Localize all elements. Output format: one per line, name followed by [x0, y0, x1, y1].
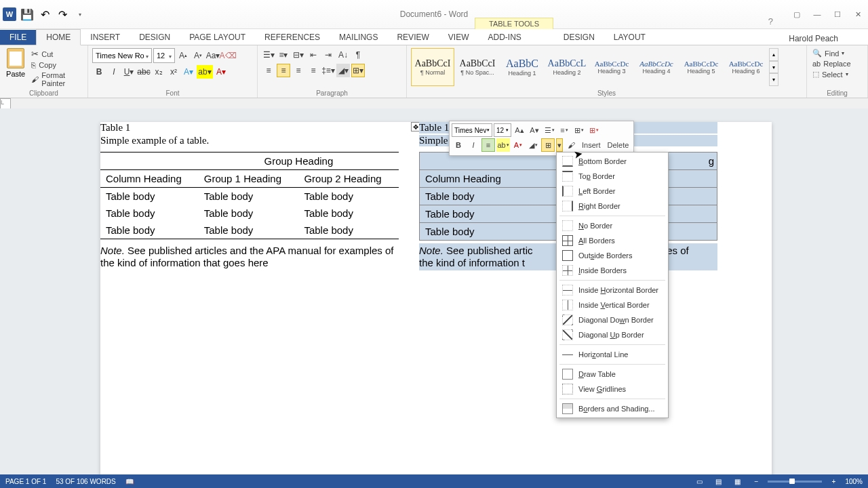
tab-mailings[interactable]: MAILINGS: [330, 30, 387, 45]
menu-borders-shading[interactable]: Borders and Shading...: [557, 401, 668, 416]
format-painter-button[interactable]: 🖌Format Painter: [30, 70, 83, 88]
mini-shading-icon[interactable]: ◢: [526, 138, 540, 152]
subscript-icon[interactable]: x₂: [152, 65, 165, 79]
show-marks-icon[interactable]: ¶: [351, 48, 365, 62]
zoom-level[interactable]: 100%: [845, 478, 863, 485]
numbering-icon[interactable]: ≡▾: [277, 48, 290, 62]
menu-inside-borders[interactable]: Inside Borders: [557, 263, 668, 278]
mini-italic-icon[interactable]: I: [467, 138, 480, 152]
web-layout-icon[interactable]: ▦: [730, 476, 745, 487]
style-heading6[interactable]: AaBbCcDcHeading 6: [724, 48, 768, 86]
menu-all-borders[interactable]: All Borders: [557, 233, 668, 248]
superscript-icon[interactable]: x²: [167, 65, 180, 79]
font-color-icon[interactable]: A▾: [214, 65, 228, 79]
find-button[interactable]: 🔍Find▾: [811, 48, 863, 58]
bullets-icon[interactable]: ☰▾: [262, 48, 275, 62]
shading-icon[interactable]: ◢▾: [336, 64, 350, 77]
align-left-icon[interactable]: ≡: [262, 64, 275, 77]
cut-button[interactable]: ✂Cut: [30, 48, 83, 60]
style-heading4[interactable]: AaBbCcDcHeading 4: [635, 48, 678, 86]
menu-right-border[interactable]: Right Border: [557, 199, 668, 214]
menu-diagonal-up[interactable]: Diagonal Up Border: [557, 327, 668, 342]
page-indicator[interactable]: PAGE 1 OF 1: [5, 478, 46, 485]
style-no-spacing[interactable]: AaBbCcI¶ No Spac...: [456, 48, 499, 86]
menu-draw-table[interactable]: Draw Table: [557, 367, 668, 382]
font-name-combo[interactable]: Times New Ro: [92, 48, 152, 63]
decrease-indent-icon[interactable]: ⇤: [307, 48, 320, 62]
mini-bold-icon[interactable]: B: [452, 138, 465, 152]
mini-shrink-font-icon[interactable]: A▾: [528, 123, 541, 137]
tab-insert[interactable]: INSERT: [81, 30, 130, 45]
undo-icon[interactable]: ↶: [37, 6, 53, 22]
shrink-font-icon[interactable]: A▾: [191, 49, 205, 62]
table-title-left[interactable]: Table 1: [100, 122, 399, 134]
qat-customize-icon[interactable]: [72, 6, 88, 22]
line-spacing-icon[interactable]: ‡≡▾: [321, 64, 335, 77]
tab-addins[interactable]: ADD-INS: [478, 30, 530, 45]
copy-button[interactable]: ⎘Copy: [30, 60, 83, 70]
table-note-left[interactable]: Note. See published articles and the APA…: [100, 245, 399, 269]
style-heading2[interactable]: AaBbCcLHeading 2: [545, 48, 589, 86]
mini-font-color-icon[interactable]: A: [511, 138, 525, 152]
ribbon-display-icon[interactable]: ▢: [787, 7, 807, 22]
mini-align-icon[interactable]: ≡: [481, 138, 495, 152]
italic-icon[interactable]: I: [107, 65, 121, 79]
bold-icon[interactable]: B: [92, 65, 106, 79]
mini-grow-font-icon[interactable]: A▴: [513, 123, 526, 137]
document-area[interactable]: Table 1 Simple example of a table. Group…: [0, 108, 868, 476]
mini-borders-dropdown[interactable]: ▾: [556, 138, 563, 152]
mini-font-combo[interactable]: Times Nev▾: [452, 123, 492, 137]
strikethrough-icon[interactable]: abc: [137, 65, 151, 79]
grow-font-icon[interactable]: A▴: [176, 49, 190, 62]
table-caption-left[interactable]: Simple example of a table.: [100, 135, 399, 146]
tab-review[interactable]: REVIEW: [387, 30, 438, 45]
menu-inside-horizontal[interactable]: Inside Horizontal Border: [557, 283, 668, 298]
mini-insert-label[interactable]: Insert: [579, 141, 604, 149]
select-button[interactable]: ⬚Select▾: [811, 69, 863, 79]
zoom-out-icon[interactable]: −: [749, 476, 764, 487]
underline-icon[interactable]: U▾: [122, 65, 136, 79]
menu-outside-borders[interactable]: Outside Borders: [557, 248, 668, 263]
highlight-icon[interactable]: ab▾: [197, 65, 213, 79]
tab-table-design[interactable]: DESIGN: [554, 30, 604, 45]
borders-icon[interactable]: ⊞▾: [351, 64, 365, 77]
menu-diagonal-down[interactable]: Diagonal Down Border: [557, 312, 668, 327]
word-app-icon[interactable]: W: [1, 6, 18, 22]
mini-size-combo[interactable]: 12▾: [494, 123, 511, 137]
style-normal[interactable]: AaBbCcI¶ Normal: [411, 48, 454, 86]
clear-formatting-icon[interactable]: A⌫: [221, 49, 235, 62]
styles-expand[interactable]: ▾: [769, 73, 778, 86]
menu-horizontal-line[interactable]: Horizontal Line: [557, 347, 668, 362]
zoom-in-icon[interactable]: +: [826, 476, 841, 487]
spellcheck-icon[interactable]: 📖: [125, 478, 134, 485]
mini-borders-button[interactable]: ⊞: [541, 138, 555, 152]
menu-top-border[interactable]: Top Border: [557, 169, 668, 184]
redo-icon[interactable]: ↷: [54, 6, 71, 22]
mini-numbering-icon[interactable]: ≡: [557, 123, 571, 137]
close-icon[interactable]: ✕: [848, 7, 868, 22]
save-icon[interactable]: 💾: [19, 6, 35, 22]
justify-icon[interactable]: ≡: [307, 64, 320, 77]
user-name[interactable]: Harold Peach: [789, 34, 838, 43]
tab-file[interactable]: FILE: [0, 30, 36, 45]
change-case-icon[interactable]: Aa▾: [206, 49, 220, 62]
apa-table-left[interactable]: Group Heading Column HeadingGroup 1 Head…: [100, 152, 399, 239]
style-heading5[interactable]: AaBbCcDcHeading 5: [679, 48, 723, 86]
menu-view-gridlines[interactable]: View Gridlines: [557, 382, 668, 396]
menu-left-border[interactable]: Left Border: [557, 184, 668, 199]
print-layout-icon[interactable]: ▤: [711, 476, 726, 487]
tab-home[interactable]: HOME: [36, 29, 81, 45]
minimize-icon[interactable]: —: [807, 7, 827, 22]
menu-no-border[interactable]: No Border: [557, 218, 668, 233]
tab-selector[interactable]: L: [0, 98, 11, 109]
increase-indent-icon[interactable]: ⇥: [321, 48, 335, 62]
mini-delete-label[interactable]: Delete: [605, 141, 632, 149]
align-right-icon[interactable]: ≡: [292, 64, 305, 77]
tab-references[interactable]: REFERENCES: [255, 30, 330, 45]
tab-page-layout[interactable]: PAGE LAYOUT: [180, 30, 255, 45]
styles-scroll-up[interactable]: ▴: [769, 48, 778, 61]
tab-view[interactable]: VIEW: [439, 30, 479, 45]
styles-scroll-down[interactable]: ▾: [769, 61, 778, 74]
text-effects-icon[interactable]: A▾: [182, 65, 195, 79]
mini-bullets-icon[interactable]: ☰: [542, 123, 556, 137]
